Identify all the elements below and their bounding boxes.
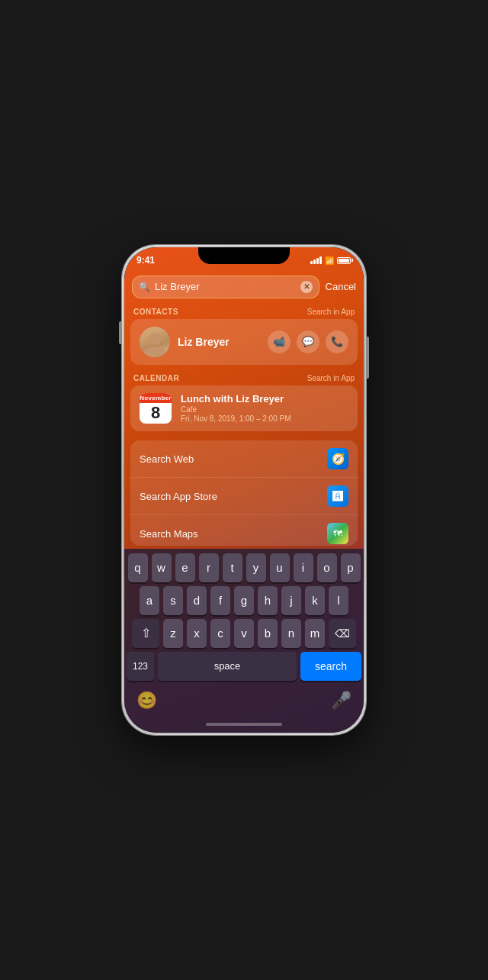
keyboard: q w e r t y u i o p a s d f g	[124, 549, 364, 685]
key-j[interactable]: j	[281, 586, 301, 615]
search-web-option[interactable]: Search Web 🧭	[130, 440, 358, 478]
key-e[interactable]: e	[175, 553, 195, 582]
keyboard-row-4: 123 space search	[127, 652, 361, 681]
delete-key[interactable]: ⌫	[329, 619, 356, 648]
keyboard-row-2: a s d f g h j k l	[127, 586, 361, 615]
key-p[interactable]: p	[341, 553, 361, 582]
search-bar[interactable]: 🔍 Liz Breyer ✕	[132, 276, 319, 298]
key-z[interactable]: z	[163, 619, 183, 648]
message-button[interactable]: 💬	[297, 330, 319, 353]
calendar-card[interactable]: November 8 Lunch with Liz Breyer Cafe Fr…	[130, 385, 358, 431]
keyboard-row-1: q w e r t y u i o p	[127, 553, 361, 582]
phone-button[interactable]: 📞	[326, 330, 348, 353]
appstore-icon: 🅰	[327, 485, 348, 507]
search-area: 🔍 Liz Breyer ✕ Cancel	[124, 271, 364, 305]
contacts-search-in-app[interactable]: Search in App	[307, 308, 355, 316]
maps-icon: 🗺	[327, 523, 348, 544]
bottom-bar: 😊 🎤	[124, 685, 364, 720]
screen: 9:41 📶 🔍 L	[124, 247, 364, 733]
keyboard-row-3: ⇧ z x c v b n m ⌫	[127, 619, 361, 648]
cal-month: November	[140, 393, 172, 403]
key-b[interactable]: b	[258, 619, 278, 648]
contact-name: Liz Breyer	[178, 336, 260, 348]
home-indicator	[124, 720, 364, 733]
key-k[interactable]: k	[305, 586, 325, 615]
key-q[interactable]: q	[128, 553, 148, 582]
key-x[interactable]: x	[187, 619, 207, 648]
status-time: 9:41	[136, 255, 155, 266]
search-appstore-label: Search App Store	[140, 491, 217, 502]
key-f[interactable]: f	[210, 586, 230, 615]
key-y[interactable]: y	[246, 553, 266, 582]
shift-key[interactable]: ⇧	[132, 619, 159, 648]
avatar	[140, 327, 170, 357]
notch	[198, 247, 290, 264]
battery-icon	[337, 257, 352, 264]
key-i[interactable]: i	[294, 553, 313, 582]
event-info: Lunch with Liz Breyer Cafe Fri, Nov 8, 2…	[181, 393, 348, 423]
event-location: Cafe	[181, 405, 348, 414]
calendar-section-title: CALENDAR	[133, 374, 179, 382]
cancel-button[interactable]: Cancel	[326, 281, 356, 292]
key-l[interactable]: l	[329, 586, 348, 615]
video-call-button[interactable]: 📹	[268, 330, 291, 353]
clear-button[interactable]: ✕	[300, 281, 313, 293]
key-c[interactable]: c	[210, 619, 230, 648]
key-m[interactable]: m	[305, 619, 325, 648]
key-n[interactable]: n	[281, 619, 301, 648]
contacts-section-title: CONTACTS	[133, 308, 178, 316]
key-t[interactable]: t	[223, 553, 242, 582]
calendar-icon: November 8	[140, 393, 172, 424]
phone-inner: 9:41 📶 🔍 L	[124, 247, 364, 733]
search-maps-label: Search Maps	[140, 528, 198, 540]
key-s[interactable]: s	[163, 586, 183, 615]
key-v[interactable]: v	[234, 619, 254, 648]
search-appstore-option[interactable]: Search App Store 🅰	[130, 478, 358, 515]
key-d[interactable]: d	[187, 586, 207, 615]
search-input[interactable]: Liz Breyer	[155, 281, 296, 292]
safari-icon: 🧭	[327, 448, 348, 469]
phone-frame: 9:41 📶 🔍 L	[122, 245, 366, 735]
status-icons: 📶	[310, 256, 352, 265]
calendar-section-header: CALENDAR Search in App	[124, 371, 364, 385]
contacts-section-header: CONTACTS Search in App	[124, 305, 364, 319]
contact-actions: 📹 💬 📞	[268, 330, 348, 353]
numbers-key[interactable]: 123	[127, 652, 154, 681]
wifi-icon: 📶	[325, 256, 334, 265]
contact-card[interactable]: Liz Breyer 📹 💬 📞	[130, 319, 358, 365]
key-a[interactable]: a	[140, 586, 159, 615]
search-maps-option[interactable]: Search Maps 🗺	[130, 515, 358, 546]
cal-day: 8	[140, 403, 172, 424]
mic-icon[interactable]: 🎤	[331, 691, 352, 711]
search-button[interactable]: search	[300, 652, 361, 681]
key-w[interactable]: w	[152, 553, 172, 582]
key-r[interactable]: r	[199, 553, 219, 582]
home-bar	[206, 723, 282, 726]
emoji-icon[interactable]: 😊	[136, 691, 157, 711]
signal-icon	[310, 256, 322, 264]
event-datetime: Fri, Nov 8, 2019, 1:00 – 2:00 PM	[181, 414, 348, 423]
space-key[interactable]: space	[158, 652, 297, 681]
search-web-label: Search Web	[140, 453, 194, 465]
calendar-search-in-app[interactable]: Search in App	[307, 374, 355, 382]
key-h[interactable]: h	[258, 586, 278, 615]
search-options: Search Web 🧭 Search App Store 🅰 Search M…	[130, 440, 358, 546]
key-u[interactable]: u	[270, 553, 290, 582]
event-title: Lunch with Liz Breyer	[181, 393, 348, 405]
key-g[interactable]: g	[234, 586, 254, 615]
search-icon: 🔍	[139, 282, 150, 292]
key-o[interactable]: o	[317, 553, 337, 582]
